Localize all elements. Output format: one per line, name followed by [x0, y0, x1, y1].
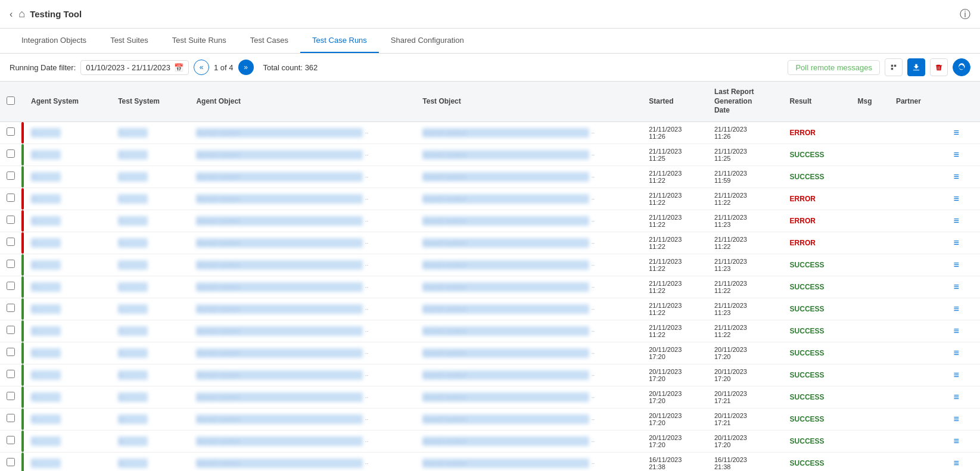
agent-system-value: D-... — [31, 128, 61, 138]
msg-cell — [852, 276, 890, 298]
table-row: D-...T-...blurred content ·· blurred con… — [0, 320, 980, 342]
help-icon[interactable]: ⓘ — [960, 7, 970, 21]
agent-object-cell: blurred content ·· — [190, 342, 416, 364]
actions-cell[interactable]: ≡ — [944, 364, 980, 386]
next-page-button[interactable]: » — [238, 60, 254, 75]
result-value: SUCCESS — [790, 173, 825, 181]
row-checkbox[interactable] — [7, 194, 15, 202]
row-checkbox[interactable] — [7, 348, 15, 356]
th-last-report: Last ReportGenerationDate — [708, 82, 784, 121]
tab-test-suites[interactable]: Test Suites — [98, 29, 160, 53]
th-select-all[interactable] — [0, 82, 21, 121]
row-menu-button[interactable]: ≡ — [950, 435, 963, 448]
row-checkbox[interactable] — [7, 149, 15, 158]
actions-cell[interactable]: ≡ — [944, 166, 980, 188]
agent-object-value: blurred content — [196, 414, 363, 424]
actions-cell[interactable]: ≡ — [944, 232, 980, 254]
row-menu-button[interactable]: ≡ — [950, 302, 963, 316]
actions-cell[interactable]: ≡ — [944, 408, 980, 430]
row-checkbox[interactable] — [7, 436, 15, 444]
select-all-checkbox[interactable] — [7, 96, 15, 105]
row-menu-button[interactable]: ≡ — [950, 280, 963, 294]
msg-cell — [852, 364, 890, 386]
actions-cell[interactable]: ≡ — [944, 144, 980, 166]
row-checkbox[interactable] — [7, 282, 15, 290]
agent-object-cell: blurred content ·· — [190, 452, 416, 471]
row-menu-button[interactable]: ≡ — [950, 214, 963, 227]
test-system-cell: A-... — [112, 364, 190, 386]
actions-cell[interactable]: ≡ — [944, 210, 980, 232]
actions-cell[interactable]: ≡ — [944, 254, 980, 276]
test-system-value: I-... — [118, 172, 148, 182]
row-checkbox[interactable] — [7, 326, 15, 334]
row-checkbox[interactable] — [7, 260, 15, 268]
row-menu-button[interactable]: ≡ — [950, 391, 963, 404]
test-object-value: blurred content — [422, 392, 589, 402]
row-checkbox[interactable] — [7, 414, 15, 422]
row-menu-button[interactable]: ≡ — [950, 457, 963, 470]
row-menu-button[interactable]: ≡ — [950, 325, 963, 338]
result-cell: SUCCESS — [784, 430, 852, 452]
row-menu-button[interactable]: ≡ — [950, 347, 963, 360]
row-checkbox[interactable] — [7, 171, 15, 180]
export-icon-button[interactable] — [885, 58, 903, 76]
toolbar: Running Date filter: 01/10/2023 - 21/11/… — [0, 54, 980, 82]
actions-cell[interactable]: ≡ — [944, 430, 980, 452]
result-cell: SUCCESS — [784, 320, 852, 342]
home-icon[interactable]: ⌂ — [18, 8, 25, 20]
delete-button[interactable] — [930, 58, 948, 76]
actions-cell[interactable]: ≡ — [944, 386, 980, 408]
poll-remote-messages-button[interactable]: Poll remote messages — [788, 60, 880, 75]
result-cell: SUCCESS — [784, 276, 852, 298]
actions-cell[interactable]: ≡ — [944, 342, 980, 364]
refresh-button[interactable] — [953, 58, 970, 76]
result-value: SUCCESS — [790, 151, 825, 159]
test-system-value: I-... — [118, 260, 148, 270]
svg-rect-0 — [891, 65, 893, 67]
date-range-input[interactable]: 01/10/2023 - 21/11/2023 📅 — [80, 60, 189, 75]
toolbar-right: Poll remote messages — [788, 58, 970, 76]
actions-cell[interactable]: ≡ — [944, 320, 980, 342]
agent-system-cell: D-... — [25, 188, 112, 210]
th-agent-system: Agent System — [25, 82, 112, 121]
row-checkbox[interactable] — [7, 458, 15, 466]
row-menu-button[interactable]: ≡ — [950, 126, 963, 139]
row-checkbox[interactable] — [7, 216, 15, 224]
row-checkbox[interactable] — [7, 304, 15, 312]
prev-page-button[interactable]: « — [194, 60, 209, 75]
result-value: SUCCESS — [790, 415, 825, 423]
result-cell: SUCCESS — [784, 452, 852, 471]
actions-cell[interactable]: ≡ — [944, 298, 980, 320]
actions-cell[interactable]: ≡ — [944, 188, 980, 210]
row-menu-button[interactable]: ≡ — [950, 170, 963, 183]
test-object-ellipsis: ·· — [592, 152, 595, 158]
back-button[interactable]: ‹ — [10, 9, 13, 20]
row-checkbox[interactable] — [7, 370, 15, 378]
tab-test-suite-runs[interactable]: Test Suite Runs — [160, 29, 238, 53]
row-menu-button[interactable]: ≡ — [950, 236, 963, 249]
row-checkbox[interactable] — [7, 127, 15, 136]
row-menu-button[interactable]: ≡ — [950, 258, 963, 272]
row-menu-button[interactable]: ≡ — [950, 148, 963, 161]
tab-test-cases[interactable]: Test Cases — [238, 29, 300, 53]
row-menu-button[interactable]: ≡ — [950, 192, 963, 205]
row-menu-button[interactable]: ≡ — [950, 369, 963, 382]
actions-cell[interactable]: ≡ — [944, 121, 980, 144]
partner-cell — [890, 430, 944, 452]
msg-cell — [852, 320, 890, 342]
table-row: D-...I-...blurred content ·· blurred con… — [0, 188, 980, 210]
tab-shared-configuration[interactable]: Shared Configuration — [379, 29, 476, 53]
download-button[interactable] — [907, 58, 925, 76]
test-object-ellipsis: ·· — [592, 438, 595, 445]
agent-object-ellipsis: ·· — [365, 394, 369, 401]
status-bar — [21, 408, 24, 430]
row-menu-button[interactable]: ≡ — [950, 413, 963, 426]
th-partner: Partner — [890, 82, 944, 121]
row-checkbox[interactable] — [7, 392, 15, 400]
tab-test-case-runs[interactable]: Test Case Runs — [300, 29, 379, 53]
tab-integration-objects[interactable]: Integration Objects — [10, 29, 98, 53]
agent-object-value: blurred content — [196, 282, 363, 292]
row-checkbox[interactable] — [7, 238, 15, 246]
actions-cell[interactable]: ≡ — [944, 276, 980, 298]
actions-cell[interactable]: ≡ — [944, 452, 980, 471]
